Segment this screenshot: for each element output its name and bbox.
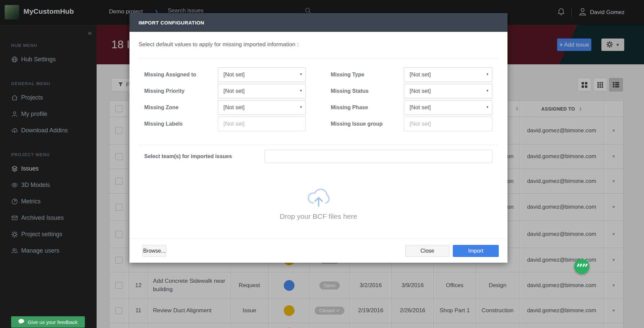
chevron-down-icon: ▾ (486, 72, 488, 76)
form-row: Missing Status [Not set]▾ (331, 84, 492, 99)
missing-assigned-to-label: Missing Assigned to (144, 72, 218, 78)
team-select-input[interactable] (265, 150, 492, 163)
import-button[interactable]: Import (453, 245, 499, 257)
feedback-button[interactable]: Give us your feedback (11, 316, 85, 328)
feedback-label: Give us your feedback (28, 319, 77, 325)
dropzone-label: Drop your BCF files here (280, 212, 357, 220)
form-row: Missing Issue group (331, 117, 492, 131)
missing-priority-label: Missing Priority (144, 88, 218, 94)
missing-type-select[interactable]: [Not set]▾ (404, 67, 492, 82)
missing-labels-label: Missing Labels (144, 121, 218, 127)
chevron-down-icon: ▾ (486, 88, 488, 93)
modal-footer: Browse... Close Import (129, 239, 507, 263)
chevron-down-icon: ▾ (486, 105, 488, 109)
missing-labels-input[interactable] (218, 117, 306, 131)
missing-status-label: Missing Status (331, 88, 404, 94)
chevron-down-icon: ▾ (300, 72, 302, 76)
missing-zone-select[interactable]: [Not set]▾ (218, 100, 306, 115)
chevron-down-icon: ▾ (300, 88, 302, 93)
close-button[interactable]: Close (405, 245, 449, 257)
modal-header: IMPORT CONFIGURATION (129, 13, 507, 32)
form-row: Missing Zone [Not set]▾ (144, 100, 306, 115)
missing-phase-select[interactable]: [Not set]▾ (404, 100, 492, 115)
form-left: Missing Assigned to [Not set]▾ Missing P… (144, 67, 306, 133)
team-select-row: Select team(s) for imported issues (144, 150, 492, 163)
missing-issue-group-label: Missing Issue group (331, 121, 404, 127)
form-right: Missing Type [Not set]▾ Missing Status [… (331, 67, 492, 133)
form-row: Missing Phase [Not set]▾ (331, 100, 492, 115)
feedback-fab[interactable]: ”” (574, 259, 589, 274)
divider (139, 59, 498, 59)
missing-assigned-to-select[interactable]: [Not set]▾ (218, 67, 306, 82)
form-row: Missing Assigned to [Not set]▾ (144, 67, 306, 82)
browse-button[interactable]: Browse... (142, 245, 166, 257)
cloud-upload-icon (305, 186, 332, 208)
missing-zone-label: Missing Zone (144, 105, 218, 111)
team-select-label: Select team(s) for imported issues (144, 153, 265, 159)
form-row: Missing Labels (144, 117, 306, 131)
missing-priority-select[interactable]: [Not set]▾ (218, 84, 306, 99)
speech-bubble-icon (18, 319, 24, 325)
bcf-dropzone[interactable]: Drop your BCF files here (129, 171, 507, 235)
modal-title: IMPORT CONFIGURATION (139, 20, 204, 25)
quote-icon: ”” (576, 261, 587, 275)
form-row: Missing Type [Not set]▾ (331, 67, 492, 82)
missing-phase-label: Missing Phase (331, 105, 404, 111)
chevron-down-icon: ▾ (300, 105, 302, 109)
form-row: Missing Priority [Not set]▾ (144, 84, 306, 99)
missing-issue-group-input[interactable] (404, 117, 492, 131)
missing-type-label: Missing Type (331, 72, 404, 78)
import-configuration-modal: IMPORT CONFIGURATION Select default valu… (129, 13, 507, 263)
divider (139, 145, 498, 145)
modal-subtitle: Select default values to apply for missi… (139, 41, 299, 48)
missing-status-select[interactable]: [Not set]▾ (404, 84, 492, 99)
